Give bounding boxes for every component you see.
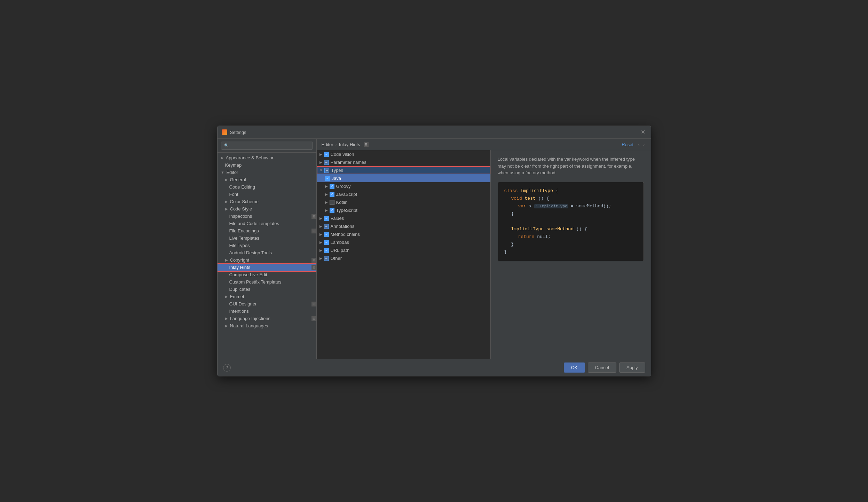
search-wrap[interactable]: 🔍 — [221, 142, 313, 150]
sidebar-item-file-code-templates[interactable]: File and Code Templates — [218, 220, 316, 227]
tree-item-label: JavaScript — [336, 192, 357, 197]
tree-item-code-vision[interactable]: ▶ ✓ Code vision — [317, 150, 490, 158]
dialog-title: Settings — [230, 130, 246, 135]
tree-item-groovy[interactable]: ▶ ✓ Groovy — [317, 182, 490, 190]
ok-button[interactable]: OK — [564, 362, 585, 373]
tree-item-types[interactable]: ▼ – Types — [317, 166, 490, 174]
search-box: 🔍 — [218, 139, 316, 153]
sidebar-item-label: Color Scheme — [230, 199, 259, 204]
tree-item-java[interactable]: ✓ Java — [317, 174, 490, 182]
sidebar-item-file-encodings[interactable]: File Encodings ⊞ — [218, 227, 316, 234]
reset-button[interactable]: Reset — [622, 142, 633, 147]
close-button[interactable]: ✕ — [639, 129, 647, 136]
sidebar-item-live-templates[interactable]: Live Templates — [218, 234, 316, 242]
code-line: } — [511, 210, 637, 218]
sidebar-item-file-types[interactable]: File Types — [218, 242, 316, 249]
checkbox-kotlin[interactable] — [330, 200, 334, 205]
checkbox-lambdas[interactable]: ✓ — [324, 240, 329, 245]
tree-item-url-path[interactable]: ▶ ✓ URL path — [317, 246, 490, 254]
tree-item-typescript[interactable]: ▶ ✓ TypeScript — [317, 206, 490, 214]
cancel-button[interactable]: Cancel — [588, 362, 616, 373]
sidebar-item-label: Font — [229, 192, 238, 197]
tree-item-label: Method chains — [331, 232, 360, 237]
search-input[interactable] — [231, 143, 310, 148]
tree-item-other[interactable]: ▶ – Other — [317, 254, 490, 262]
sidebar-item-label: Inspections — [229, 214, 252, 219]
settings-icon: ⊞ — [311, 316, 316, 321]
sidebar-item-inlay-hints[interactable]: Inlay Hints ⊞ — [218, 264, 316, 271]
sidebar-item-compose-live-edit[interactable]: Compose Live Edit — [218, 271, 316, 278]
checkbox-java[interactable]: ✓ — [325, 176, 330, 181]
tree-item-lambdas[interactable]: ▶ ✓ Lambdas — [317, 238, 490, 246]
tree-item-label: Values — [331, 216, 344, 221]
tree-item-values[interactable]: ▶ ✓ Values — [317, 214, 490, 222]
expand-icon: ▶ — [319, 216, 322, 220]
sidebar-item-custom-postfix[interactable]: Custom Postfix Templates — [218, 278, 316, 286]
expand-icon: ▶ — [319, 152, 322, 156]
sidebar-item-code-style[interactable]: ▶ Code Style — [218, 205, 316, 213]
tree-item-param-names[interactable]: ▶ – Parameter names — [317, 158, 490, 166]
arrow-icon: ▶ — [225, 178, 228, 182]
sidebar-item-android-design-tools[interactable]: Android Design Tools — [218, 249, 316, 256]
sidebar-item-language-injections[interactable]: ▶ Language Injections ⊞ — [218, 315, 316, 322]
checkbox-types[interactable]: – — [324, 168, 329, 173]
expand-icon: ▶ — [325, 184, 328, 188]
sidebar-item-code-editing[interactable]: Code Editing — [218, 183, 316, 191]
tree-item-label: Java — [332, 176, 341, 181]
settings-icon: ⊞ — [311, 229, 316, 233]
nav-tree: ▶ Appearance & Behavior Keymap ▼ Editor … — [218, 153, 316, 359]
sidebar-item-appearance[interactable]: ▶ Appearance & Behavior — [218, 154, 316, 161]
main-content: Editor › Inlay Hints ⊞ Reset ‹ › — [317, 139, 651, 359]
settings-dialog: Settings ✕ 🔍 ▶ Appearance & Behavior — [217, 126, 651, 376]
sidebar-item-duplicates[interactable]: Duplicates — [218, 286, 316, 293]
checkbox-annotations[interactable]: – — [324, 224, 329, 229]
sidebar-item-gui-designer[interactable]: GUI Designer ⊞ — [218, 300, 316, 308]
tree-item-javascript[interactable]: ▶ ✓ JavaScript — [317, 190, 490, 198]
arrow-icon: ▶ — [225, 324, 228, 328]
apply-button[interactable]: Apply — [619, 362, 645, 373]
tree-item-method-chains[interactable]: ▶ ✓ Method chains — [317, 230, 490, 238]
sidebar-item-editor[interactable]: ▼ Editor — [218, 169, 316, 176]
help-button[interactable]: ? — [223, 364, 231, 372]
sidebar-item-label: Natural Languages — [230, 323, 268, 328]
tree-item-label: Annotations — [331, 224, 355, 229]
sidebar-item-font[interactable]: Font — [218, 191, 316, 198]
expand-icon: ▼ — [319, 168, 323, 172]
breadcrumb-bar: Editor › Inlay Hints ⊞ Reset ‹ › — [317, 139, 651, 150]
tree-item-kotlin[interactable]: ▶ Kotlin — [317, 198, 490, 206]
checkbox-method-chains[interactable]: ✓ — [324, 232, 329, 237]
sidebar-item-label: Inlay Hints — [229, 265, 251, 270]
tree-item-label: URL path — [331, 248, 349, 253]
nav-back-button[interactable]: ‹ — [637, 141, 641, 148]
nav-forward-button[interactable]: › — [642, 141, 646, 148]
sidebar-item-general[interactable]: ▶ General — [218, 176, 316, 183]
sidebar-item-label: Intentions — [229, 309, 249, 314]
tree-item-annotations[interactable]: ▶ – Annotations — [317, 222, 490, 230]
checkbox-typescript[interactable]: ✓ — [330, 208, 334, 213]
tree-item-label: Lambdas — [331, 240, 349, 245]
sidebar-item-inspections[interactable]: Inspections ⊞ — [218, 213, 316, 220]
sidebar-item-label: Emmet — [230, 294, 244, 299]
arrow-icon: ▶ — [225, 207, 228, 211]
sidebar-item-natural-languages[interactable]: ▶ Natural Languages — [218, 322, 316, 329]
checkbox-other[interactable]: – — [324, 256, 329, 261]
settings-icon: ⊞ — [311, 214, 316, 219]
sidebar-item-intentions[interactable]: Intentions — [218, 308, 316, 315]
sidebar-item-emmet[interactable]: ▶ Emmet — [218, 293, 316, 300]
sidebar-item-keymap[interactable]: Keymap — [218, 161, 316, 169]
dialog-body: 🔍 ▶ Appearance & Behavior Keymap ▼ Edito… — [218, 139, 651, 359]
sidebar-item-copyright[interactable]: ▶ Copyright ⊞ — [218, 256, 316, 264]
sidebar-item-label: Custom Postfix Templates — [229, 279, 282, 285]
arrow-icon: ▶ — [225, 295, 228, 298]
checkbox-param-names[interactable]: – — [324, 160, 329, 165]
checkbox-groovy[interactable]: ✓ — [330, 184, 334, 189]
checkbox-code-vision[interactable]: ✓ — [324, 152, 329, 157]
checkbox-javascript[interactable]: ✓ — [330, 192, 334, 197]
sidebar-item-label: File Encodings — [229, 228, 259, 233]
checkbox-values[interactable]: ✓ — [324, 216, 329, 221]
checkbox-url-path[interactable]: ✓ — [324, 248, 329, 253]
sidebar-item-label: Editor — [226, 170, 238, 175]
sidebar-item-color-scheme[interactable]: ▶ Color Scheme — [218, 198, 316, 205]
arrow-icon: ▶ — [225, 317, 228, 320]
sidebar-item-label: Appearance & Behavior — [226, 155, 274, 160]
